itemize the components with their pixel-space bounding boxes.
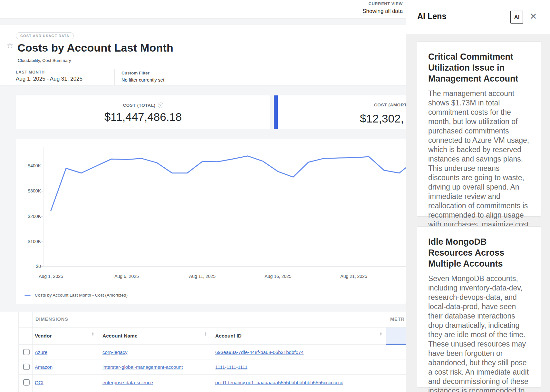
vendor-link[interactable]: Azure (35, 349, 47, 355)
cost-line-chart: $400K $300K $200K $100K $0 Aug 1, 2025 A… (16, 139, 406, 304)
chart-legend: Costs by Account Last Month - Cost (Amor… (24, 293, 128, 298)
kpi-cost-total-value: $11,447,486.18 (16, 111, 270, 123)
ai-insight-body: Seven MongoDB accounts, including invent… (428, 274, 530, 392)
metrics-column-header-highlight[interactable] (386, 328, 406, 345)
cost-and-usage-data-badge: COST AND USAGE DATA (16, 32, 74, 39)
page-title: Costs by Account Last Month (17, 42, 173, 54)
ai-badge[interactable]: AI (510, 11, 523, 24)
table-row: Amazon interstar-global-management-accou… (18, 359, 406, 375)
legend-series-label: Costs by Account Last Month - Cost (Amor… (35, 293, 128, 298)
period-value: Aug 1, 2025 - Aug 31, 2025 (16, 76, 82, 82)
table-row: Azure corp-legacy 693ea93a-7dfe-448f-ba6… (18, 345, 406, 359)
ai-insight-title: Idle MongoDB Resources Across Multiple A… (428, 236, 530, 269)
period-filter[interactable]: LAST MONTH Aug 1, 2025 - Aug 31, 2025 (16, 70, 82, 82)
table-column-header-row: Vendor ▲▼ Account Name ▲▼ Account ID ▲▼ (18, 328, 406, 345)
top-bar: CURRENT VIEW Showing all data (0, 0, 406, 19)
x-tick-aug11: Aug 11, 2025 (189, 274, 216, 279)
column-header-vendor[interactable]: Vendor (35, 333, 52, 339)
x-tick-aug16: Aug 16, 2025 (265, 274, 291, 279)
period-label: LAST MONTH (16, 70, 82, 74)
favorite-star-icon[interactable]: ☆ (6, 42, 14, 49)
ai-insight-body: The management account shows $1.73M in t… (428, 89, 530, 248)
current-view-value: Showing all data (362, 8, 403, 15)
account-name-link[interactable]: enterprise-data-science (102, 379, 153, 385)
custom-filter-value: No filter currently set (121, 77, 164, 83)
row-checkbox[interactable] (23, 379, 30, 386)
filter-divider (114, 69, 115, 85)
y-tick-400k: $400K (17, 163, 41, 168)
sort-icon-vendor[interactable]: ▲▼ (92, 332, 94, 336)
filter-bar: LAST MONTH Aug 1, 2025 - Aug 31, 2025 Cu… (0, 69, 406, 85)
ai-lens-title: AI Lens (417, 12, 446, 21)
sort-icon-account-name[interactable]: ▲▼ (204, 332, 207, 336)
kpi-cost-amortized-card[interactable]: COST (AMORT $12,302, (274, 95, 406, 129)
account-id-link[interactable]: 693ea93a-7dfe-448f-ba68-06b31bdbf074 (215, 349, 304, 355)
main-content: CURRENT VIEW Showing all data COST AND U… (0, 0, 406, 392)
ai-insight-card[interactable]: Critical Commitment Utilization Issue in… (417, 41, 541, 217)
column-header-account-id[interactable]: Account ID (215, 333, 242, 339)
help-question-icon[interactable]: ? (158, 103, 163, 108)
kpi-cost-amortized-value: $12,302, (360, 112, 404, 125)
accounts-table: DIMENSIONS METR Vendor ▲▼ Account Name ▲… (0, 312, 406, 392)
table-group-header-row: DIMENSIONS METR (18, 312, 406, 328)
kpi-cost-total-card[interactable]: COST (TOTAL) ? $11,447,486.18 (16, 95, 270, 129)
account-id-link[interactable]: ocid1.tenancy.oc1..aaaaaaaa5555bbbbbbbbb… (215, 379, 343, 385)
custom-filter-label: Custom Filter (121, 71, 164, 75)
account-name-link[interactable]: interstar-global-management-account (102, 364, 183, 370)
ai-lens-panel: AI Lens AI ✕ Critical Commitment Utiliza… (406, 0, 550, 392)
account-id-link[interactable]: 1111-1111-1111 (215, 364, 247, 370)
metrics-group-header: METR (390, 317, 405, 322)
chart-canvas (16, 139, 406, 304)
sort-icon-account-id[interactable]: ▲▼ (380, 332, 382, 336)
kpi-cost-total-label: COST (TOTAL) ? (123, 103, 163, 108)
custom-filter[interactable]: Custom Filter No filter currently set (121, 69, 164, 83)
vendor-link[interactable]: OCI (35, 379, 43, 385)
current-view-label: CURRENT VIEW (362, 2, 403, 6)
current-view-block: CURRENT VIEW Showing all data (362, 2, 403, 15)
column-header-account-name[interactable]: Account Name (102, 333, 138, 339)
table-row: OCI enterprise-data-science ocid1.tenanc… (18, 375, 406, 390)
close-icon[interactable]: ✕ (530, 12, 537, 21)
y-tick-200k: $200K (17, 214, 41, 219)
legend-line-swatch (24, 295, 31, 296)
ai-insight-title: Critical Commitment Utilization Issue in… (428, 51, 530, 84)
row-checkbox[interactable] (23, 364, 30, 370)
kpi-cost-total-label-text: COST (TOTAL) (123, 103, 155, 108)
app-root: CURRENT VIEW Showing all data COST AND U… (0, 0, 550, 392)
x-tick-aug1: Aug 1, 2025 (39, 274, 63, 279)
x-tick-aug21: Aug 21, 2025 (340, 274, 367, 279)
dimensions-group-header: DIMENSIONS (35, 317, 68, 322)
y-tick-0: $0 (17, 264, 41, 269)
kpi-cost-amortized-label: COST (AMORT (374, 103, 406, 107)
y-tick-300k: $300K (17, 188, 41, 193)
ai-lens-header: AI Lens AI ✕ (406, 0, 550, 34)
page-subtitle: Cloudability, Cost Summary (18, 58, 71, 63)
vendor-link[interactable]: Amazon (35, 364, 53, 370)
y-tick-100k: $100K (17, 239, 41, 244)
ai-insight-card[interactable]: Idle MongoDB Resources Across Multiple A… (417, 226, 541, 387)
row-checkbox[interactable] (23, 349, 30, 355)
cost-series-line (51, 156, 406, 211)
account-name-link[interactable]: corp-legacy (102, 349, 128, 355)
x-tick-aug6: Aug 6, 2025 (114, 274, 139, 279)
report-header: COST AND USAGE DATA ☆ Costs by Account L… (0, 25, 406, 69)
